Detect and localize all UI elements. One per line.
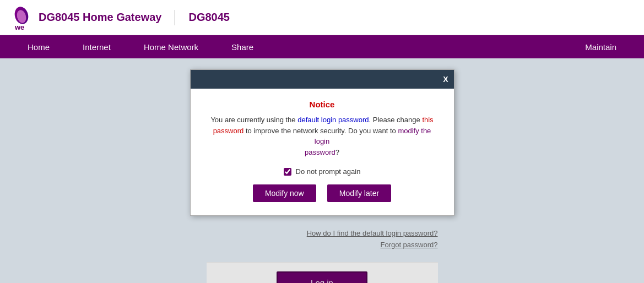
- nav-item-home-network[interactable]: Home Network: [127, 35, 215, 58]
- do-not-prompt-row: Do not prompt again: [207, 167, 437, 176]
- modify-link-highlight: modify the loginpassword: [305, 127, 431, 156]
- modal-close-button[interactable]: X: [443, 75, 448, 84]
- modal-buttons: Modify now Modify later: [207, 184, 437, 202]
- svg-text:we: we: [14, 23, 24, 31]
- main-nav: Home Internet Home Network Share Maintai…: [0, 35, 644, 58]
- header-divider: [175, 10, 175, 25]
- notice-modal: X Notice You are currently using the def…: [190, 69, 454, 216]
- default-password-highlight: default login password: [297, 116, 369, 124]
- nav-item-internet[interactable]: Internet: [66, 35, 127, 58]
- page-content: Log in How do I find the default login p…: [0, 58, 644, 283]
- nav-item-share[interactable]: Share: [215, 35, 270, 58]
- modal-header: X: [191, 70, 454, 89]
- logo-area: we DG8045 Home Gateway DG8045: [11, 4, 230, 31]
- header: we DG8045 Home Gateway DG8045: [0, 0, 644, 35]
- modal-notice-title: Notice: [207, 100, 437, 109]
- modify-later-button[interactable]: Modify later: [327, 184, 391, 202]
- modify-now-button[interactable]: Modify now: [253, 184, 316, 202]
- nav-item-maintain[interactable]: Maintain: [569, 35, 633, 58]
- header-title: DG8045 Home Gateway: [39, 11, 161, 24]
- modal-body: Notice You are currently using the defau…: [191, 89, 454, 215]
- modal-overlay: X Notice You are currently using the def…: [0, 58, 644, 283]
- do-not-prompt-checkbox[interactable]: [284, 168, 291, 176]
- we-logo-icon: we: [11, 4, 32, 31]
- do-not-prompt-label: Do not prompt again: [296, 167, 361, 176]
- nav-item-home[interactable]: Home: [11, 35, 66, 58]
- modal-notice-text: You are currently using the default logi…: [207, 115, 437, 157]
- header-subtitle: DG8045: [188, 11, 230, 24]
